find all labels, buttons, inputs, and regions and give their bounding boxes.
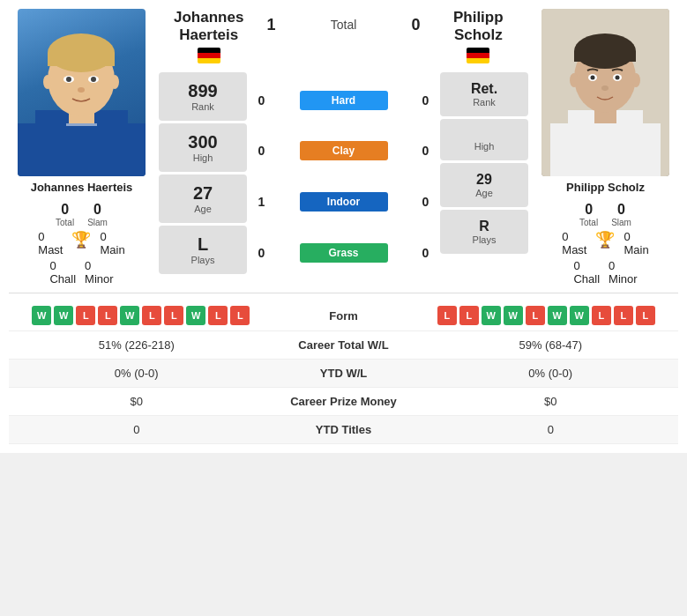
- form-badge-p2: W: [482, 306, 501, 325]
- player1-plays-box: L Plays: [159, 226, 247, 274]
- form-badge-p1: L: [230, 306, 250, 325]
- stat-row-0: 51% (226-218) Career Total W/L 59% (68-4…: [9, 331, 678, 360]
- player1-minor-lbl: Minor: [85, 272, 114, 286]
- surface-clay: 0 Clay 0: [250, 139, 437, 162]
- player2-plays-box: R Plays: [440, 210, 528, 254]
- indoor-badge: Indoor: [300, 192, 388, 212]
- player2-photo: [541, 9, 669, 176]
- player2-minor-stat: 0 Minor: [609, 259, 638, 286]
- player1-stats-row1: 0 Total 0 Slam: [56, 202, 108, 227]
- stat-p1-val: 0% (0-0): [18, 367, 256, 380]
- form-badge-p2: L: [592, 306, 611, 325]
- form-row: WWLLWLLWLL Form LLWWLWWLLL: [9, 301, 678, 331]
- player1-mast-stat: 0 Mast: [38, 230, 63, 256]
- clay-score-p1: 0: [250, 144, 273, 158]
- right-player-area: Philipp Scholz 0 Total 0 Slam 0 Mast 🏆: [533, 9, 678, 286]
- player1-form-badges: WWLLWLLWLL: [18, 306, 265, 325]
- stat-p1-val: $0: [18, 395, 256, 408]
- svg-point-8: [66, 77, 71, 82]
- player1-chall-stat: 0 Chall: [49, 259, 76, 286]
- player1-name: Johannes Haerteis: [31, 181, 133, 194]
- stat-p2-val: 59% (68-47): [432, 338, 670, 352]
- main-container: Johannes Haerteis 0 Total 0 Slam 0 Mast …: [0, 0, 687, 453]
- player2-age-box: 29 Age: [440, 163, 528, 207]
- player1-total-val: 0: [56, 202, 74, 218]
- stat-center-label: YTD W/L: [256, 367, 432, 380]
- player2-mid-stats: Ret. Rank High 29 Age R Plays: [440, 72, 528, 277]
- form-badge-p2: W: [504, 306, 523, 325]
- player2-name-center: Philipp Scholz: [429, 9, 528, 45]
- left-player-area: Johannes Haerteis 0 Total 0 Slam 0 Mast …: [9, 9, 154, 286]
- form-left: WWLLWLLWLL: [18, 306, 265, 325]
- grass-badge: Grass: [300, 243, 388, 263]
- svg-point-26: [570, 73, 579, 87]
- player1-total-lbl: Total: [56, 218, 74, 227]
- stat-row-2: $0 Career Prize Money $0: [9, 388, 678, 416]
- indoor-score-p1: 1: [250, 195, 273, 209]
- svg-point-23: [591, 76, 595, 80]
- player1-minor-stat: 0 Minor: [85, 259, 114, 286]
- player1-main-stat: 0 Main: [100, 230, 124, 256]
- stat-p2-val: 0: [432, 423, 670, 436]
- player1-photo: [18, 9, 146, 176]
- player1-chall-val: 0: [49, 259, 76, 272]
- player1-age-box: 27 Age: [159, 174, 247, 223]
- form-badge-p2: L: [459, 306, 479, 325]
- player1-minor-val: 0: [85, 259, 114, 272]
- stat-p1-val: 0: [18, 423, 256, 436]
- score-p1: 1: [262, 9, 280, 34]
- player1-stats-row3: 0 Chall 0 Minor: [49, 259, 113, 286]
- stat-p2-val: $0: [432, 395, 670, 408]
- player2-name: Philipp Scholz: [566, 181, 645, 194]
- player2-chall-stat: 0 Chall: [573, 259, 600, 286]
- score-p2: 0: [407, 9, 425, 34]
- form-badge-p1: W: [54, 306, 73, 325]
- player2-main-stat: 0 Main: [624, 230, 648, 256]
- player2-rank-box: Ret. Rank: [440, 72, 528, 116]
- hard-badge: Hard: [300, 91, 388, 110]
- name-banners: Johannes Haerteis 1 Total 0: [159, 9, 528, 69]
- player1-main-lbl: Main: [100, 243, 124, 256]
- stats-surface-area: 899 Rank 300 High 27 Age L Plays: [159, 72, 528, 277]
- center-area: Johannes Haerteis 1 Total 0: [159, 9, 528, 277]
- player1-name-banner: Johannes Haerteis: [159, 9, 258, 69]
- form-badge-p1: L: [164, 306, 183, 325]
- svg-point-10: [78, 87, 85, 93]
- player2-high-val: [445, 128, 523, 141]
- stat-p2-val: 0% (0-0): [432, 367, 670, 380]
- player2-stats-row3: 0 Chall 0 Minor: [573, 259, 637, 286]
- player2-total-stat: 0 Total: [579, 202, 598, 227]
- comparison-wrapper: Johannes Haerteis 0 Total 0 Slam 0 Mast …: [9, 9, 678, 286]
- stats-table: 51% (226-218) Career Total W/L 59% (68-4…: [9, 331, 678, 444]
- clay-score-p2: 0: [414, 144, 437, 158]
- player1-total-stat: 0 Total: [56, 202, 74, 227]
- player2-flag: [467, 48, 489, 63]
- player2-mast-stat: 0 Mast: [562, 230, 586, 256]
- form-badge-p2: L: [437, 306, 457, 325]
- stat-center-label: Career Total W/L: [256, 338, 432, 352]
- player1-high-box: 300 High: [159, 123, 247, 172]
- player1-rank-box: 899 Rank: [159, 72, 247, 121]
- surface-hard: 0 Hard 0: [250, 89, 437, 112]
- form-badge-p1: L: [76, 306, 95, 325]
- form-badge-p1: W: [120, 306, 139, 325]
- player2-stats-row2: 0 Mast 🏆 0 Main: [562, 230, 648, 256]
- svg-rect-5: [48, 53, 115, 66]
- form-badge-p2: L: [526, 306, 545, 325]
- stat-center-label: Career Prize Money: [256, 395, 432, 408]
- surface-grass: 0 Grass 0: [250, 241, 437, 264]
- svg-point-9: [91, 77, 96, 82]
- indoor-score-p2: 0: [414, 195, 437, 209]
- player2-form-badges: LLWWLWWLLL: [423, 306, 670, 325]
- player2-high-box: High: [440, 119, 528, 160]
- form-badge-p1: L: [98, 306, 117, 325]
- svg-point-11: [43, 75, 52, 89]
- player1-main-val: 0: [100, 230, 124, 243]
- grass-score-p1: 0: [250, 246, 273, 260]
- grass-score-p2: 0: [414, 246, 437, 260]
- form-badge-p1: W: [32, 306, 51, 325]
- player2-name-banner: Philipp Scholz: [429, 9, 528, 69]
- stat-row-3: 0 YTD Titles 0: [9, 416, 678, 444]
- form-badge-p1: W: [186, 306, 205, 325]
- player1-flag: [198, 48, 220, 63]
